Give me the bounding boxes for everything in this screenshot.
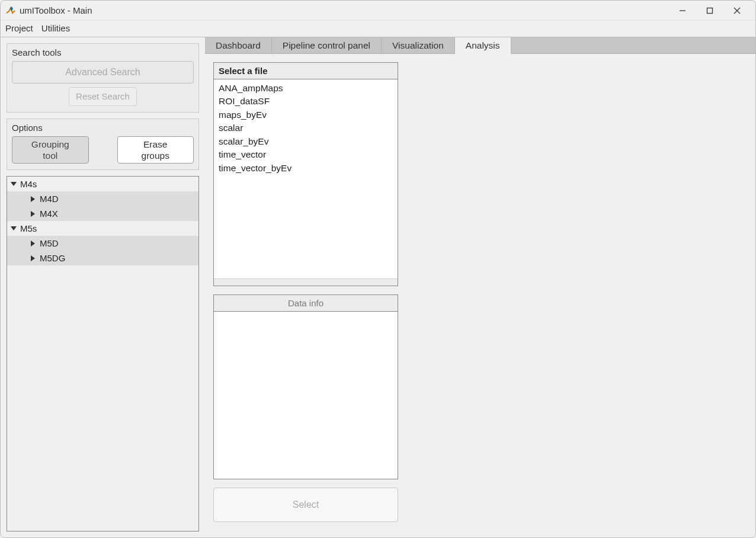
tree-group[interactable]: M5s [7,221,198,236]
maximize-button[interactable] [696,2,723,20]
search-tools-title: Search tools [12,47,194,57]
titlebar: umIToolbox - Main [1,1,755,21]
options-group: Options Grouping tool Erase groups [7,119,199,170]
tree-item-label: M5D [40,238,59,248]
chevron-right-icon [31,241,35,246]
subject-tree[interactable]: M4sM4DM4XM5sM5DM5DG [7,176,199,531]
chevron-right-icon [31,255,35,261]
file-item[interactable]: maps_byEv [219,108,393,121]
tree-item[interactable]: M5D [7,236,198,251]
file-item[interactable]: time_vector [219,148,393,161]
chevron-right-icon [31,196,35,202]
list-footer [214,278,398,286]
tree-group-label: M4s [20,179,37,189]
left-panel: Search tools Advanced Search Reset Searc… [1,37,205,537]
options-title: Options [12,123,194,133]
chevron-down-icon [11,226,17,230]
reset-search-button[interactable]: Reset Search [69,87,137,106]
tree-item-label: M4X [40,209,58,219]
grouping-tool-button[interactable]: Grouping tool [12,136,89,164]
erase-groups-button[interactable]: Erase groups [117,136,194,164]
tree-item-label: M5DG [40,253,65,263]
minimize-button[interactable] [669,2,696,20]
select-file-header: Select a file [214,63,398,79]
file-item[interactable]: ROI_dataSF [219,95,393,108]
chevron-down-icon [11,182,17,186]
file-item[interactable]: scalar_byEv [219,135,393,148]
tab-pipeline[interactable]: Pipeline control panel [272,37,382,53]
data-info-body [214,312,398,479]
file-item[interactable]: ANA_ampMaps [219,82,393,95]
tree-group-label: M5s [20,223,37,233]
file-item[interactable]: time_vector_byEv [219,162,393,175]
tree-group[interactable]: M4s [7,177,198,191]
file-list[interactable]: ANA_ampMapsROI_dataSFmaps_byEvscalarscal… [214,79,398,278]
select-button[interactable]: Select [213,488,398,522]
data-info-panel: Data info [213,294,398,479]
tree-item[interactable]: M5DG [7,251,198,265]
tab-analysis[interactable]: Analysis [455,37,511,54]
file-item[interactable]: scalar [219,121,393,134]
tab-body: Select a file ANA_ampMapsROI_dataSFmaps_… [205,54,755,537]
search-tools-group: Search tools Advanced Search Reset Searc… [7,43,199,113]
tab-dashboard[interactable]: Dashboard [205,37,272,53]
tree-item[interactable]: M4X [7,206,198,221]
data-info-header: Data info [214,295,398,312]
window-title: umIToolbox - Main [20,5,92,15]
select-file-panel: Select a file ANA_ampMapsROI_dataSFmaps_… [213,62,398,286]
content-area: Search tools Advanced Search Reset Searc… [1,37,755,537]
tab-visualization[interactable]: Visualization [382,37,455,53]
tree-item[interactable]: M4D [7,191,198,206]
right-panel: Dashboard Pipeline control panel Visuali… [205,37,755,537]
matlab-icon [5,5,16,16]
tab-bar: Dashboard Pipeline control panel Visuali… [205,37,755,54]
close-button[interactable] [723,2,751,20]
tree-item-label: M4D [40,194,59,204]
menu-project[interactable]: Project [5,23,33,33]
app-window: umIToolbox - Main Project Utilities Sear… [0,0,756,538]
analysis-column: Select a file ANA_ampMapsROI_dataSFmaps_… [213,62,398,522]
menu-utilities[interactable]: Utilities [41,23,70,33]
svg-rect-1 [707,8,713,13]
chevron-right-icon [31,211,35,217]
menubar: Project Utilities [1,21,755,37]
advanced-search-button[interactable]: Advanced Search [12,61,194,84]
